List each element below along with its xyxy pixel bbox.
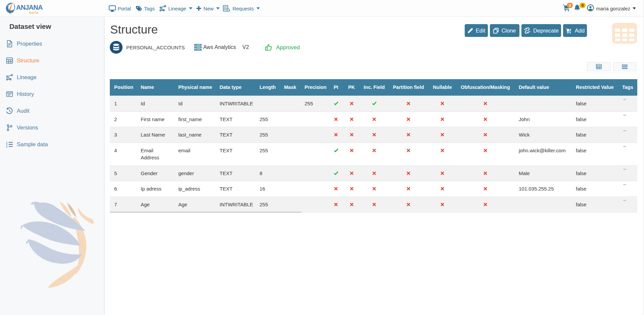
- svg-text:3: 3: [6, 145, 7, 148]
- svg-text:ANJANA: ANJANA: [16, 4, 43, 11]
- svg-text:DATA: DATA: [29, 11, 39, 14]
